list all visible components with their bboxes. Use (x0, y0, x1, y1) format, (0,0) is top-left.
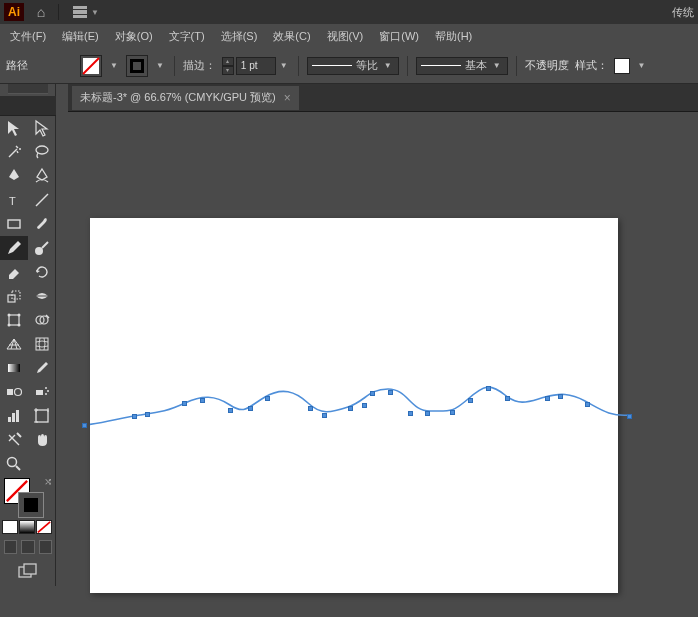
mesh-tool-icon[interactable] (28, 332, 56, 356)
shape-builder-tool-icon[interactable] (28, 308, 56, 332)
chevron-down-icon[interactable]: ▼ (278, 61, 290, 70)
draw-normal-icon[interactable] (4, 540, 17, 554)
svg-rect-17 (8, 364, 20, 372)
path-anchor[interactable] (486, 386, 491, 391)
scale-tool-icon[interactable] (0, 284, 28, 308)
hand-tool-icon[interactable] (28, 428, 56, 452)
path-anchor[interactable] (408, 411, 413, 416)
line-segment-tool-icon[interactable] (28, 188, 56, 212)
pen-tool-icon[interactable] (0, 164, 28, 188)
blend-tool-icon[interactable] (0, 380, 28, 404)
path-anchor[interactable] (450, 410, 455, 415)
zoom-tool-icon[interactable] (0, 452, 28, 476)
rectangle-tool-icon[interactable] (0, 212, 28, 236)
free-transform-tool-icon[interactable] (0, 308, 28, 332)
path-anchor[interactable] (425, 411, 430, 416)
color-mode-normal-icon[interactable] (2, 520, 18, 534)
path-anchor[interactable] (468, 398, 473, 403)
direct-selection-tool-icon[interactable] (28, 116, 56, 140)
arrange-documents-button[interactable]: ▼ (67, 4, 105, 20)
stroke-dropdown-icon[interactable]: ▼ (154, 61, 166, 70)
selection-tool-icon[interactable] (0, 116, 28, 140)
path-anchor[interactable] (558, 394, 563, 399)
magic-wand-tool-icon[interactable] (0, 140, 28, 164)
path-end-anchor[interactable] (627, 414, 632, 419)
menu-select[interactable]: 选择(S) (213, 25, 266, 48)
path-anchor[interactable] (182, 401, 187, 406)
blob-brush-tool-icon[interactable] (28, 236, 56, 260)
symbol-sprayer-tool-icon[interactable] (28, 380, 56, 404)
color-mode-gradient-icon[interactable] (19, 520, 35, 534)
menu-view[interactable]: 视图(V) (319, 25, 372, 48)
path-anchor[interactable] (82, 423, 87, 428)
artboard-tool-icon[interactable] (28, 404, 56, 428)
lasso-tool-icon[interactable] (28, 140, 56, 164)
svg-point-5 (35, 247, 43, 255)
app-logo-icon: Ai (4, 3, 24, 21)
screen-mode-button[interactable] (0, 558, 56, 586)
fill-swatch[interactable] (80, 55, 102, 77)
color-mode-none-icon[interactable] (36, 520, 52, 534)
step-down-icon[interactable]: ▾ (222, 66, 234, 75)
menu-object[interactable]: 对象(O) (107, 25, 161, 48)
document-tab[interactable]: 未标题-3* @ 66.67% (CMYK/GPU 预览) × (72, 86, 299, 110)
gradient-tool-icon[interactable] (0, 356, 28, 380)
menu-edit[interactable]: 编辑(E) (54, 25, 107, 48)
brush-definition[interactable]: 基本 ▼ (416, 57, 508, 75)
perspective-grid-tool-icon[interactable] (0, 332, 28, 356)
style-label: 样式： (575, 58, 608, 73)
rotate-tool-icon[interactable] (28, 260, 56, 284)
menu-window[interactable]: 窗口(W) (371, 25, 427, 48)
panel-grip-icon[interactable] (8, 84, 48, 94)
stroke-swatch[interactable] (126, 55, 148, 77)
menu-effect[interactable]: 效果(C) (265, 25, 318, 48)
path-anchor[interactable] (308, 406, 313, 411)
tab-close-icon[interactable]: × (284, 91, 291, 105)
step-up-icon[interactable]: ▴ (222, 57, 234, 66)
curvature-tool-icon[interactable] (28, 164, 56, 188)
pencil-tool-icon[interactable] (0, 236, 28, 260)
menu-type[interactable]: 文字(T) (161, 25, 213, 48)
draw-behind-icon[interactable] (21, 540, 34, 554)
draw-inside-icon[interactable] (39, 540, 52, 554)
path-anchor[interactable] (132, 414, 137, 419)
path-anchor[interactable] (228, 408, 233, 413)
selected-path[interactable] (90, 383, 640, 443)
slice-tool-icon[interactable] (0, 428, 28, 452)
path-anchor[interactable] (388, 390, 393, 395)
variable-width-profile[interactable]: 等比 ▼ (307, 57, 399, 75)
fill-dropdown-icon[interactable]: ▼ (108, 61, 120, 70)
path-anchor[interactable] (585, 402, 590, 407)
path-anchor[interactable] (248, 406, 253, 411)
path-anchor[interactable] (322, 413, 327, 418)
path-anchor[interactable] (348, 406, 353, 411)
width-tool-icon[interactable] (28, 284, 56, 308)
workspace-switcher[interactable]: 传统 (672, 5, 694, 20)
stroke-weight-stepper[interactable]: ▴ ▾ ▼ (222, 57, 290, 75)
eraser-tool-icon[interactable] (0, 260, 28, 284)
eyedropper-tool-icon[interactable] (28, 356, 56, 380)
path-anchor[interactable] (505, 396, 510, 401)
artboard[interactable] (90, 218, 618, 593)
path-anchor[interactable] (145, 412, 150, 417)
menu-help[interactable]: 帮助(H) (427, 25, 480, 48)
column-graph-tool-icon[interactable] (0, 404, 28, 428)
path-anchor[interactable] (370, 391, 375, 396)
chevron-down-icon[interactable]: ▼ (636, 61, 648, 70)
opacity-label[interactable]: 不透明度 (525, 58, 569, 73)
stroke-weight-input[interactable] (236, 57, 276, 75)
swap-fill-stroke-icon[interactable]: ⤭ (44, 476, 52, 487)
paintbrush-tool-icon[interactable] (28, 212, 56, 236)
home-icon[interactable]: ⌂ (32, 3, 50, 21)
path-anchor[interactable] (362, 403, 367, 408)
document-viewport[interactable] (68, 112, 698, 617)
fill-stroke-controls[interactable]: ⤭ (0, 476, 56, 520)
graphic-style-swatch[interactable] (614, 58, 630, 74)
svg-rect-16 (36, 338, 48, 350)
type-tool-icon[interactable]: T (0, 188, 28, 212)
path-anchor[interactable] (545, 396, 550, 401)
stroke-color-icon[interactable] (18, 492, 44, 518)
path-anchor[interactable] (265, 396, 270, 401)
menu-file[interactable]: 文件(F) (2, 25, 54, 48)
path-anchor[interactable] (200, 398, 205, 403)
